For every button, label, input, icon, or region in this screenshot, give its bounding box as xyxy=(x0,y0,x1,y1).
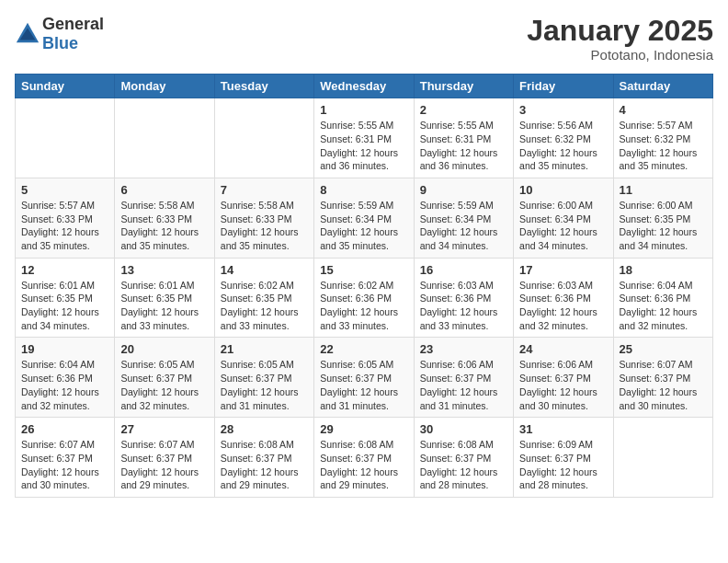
calendar-cell: 9Sunrise: 5:59 AM Sunset: 6:34 PM Daylig… xyxy=(414,178,513,258)
calendar-cell: 31Sunrise: 6:09 AM Sunset: 6:37 PM Dayli… xyxy=(514,418,613,498)
day-number: 23 xyxy=(420,342,507,356)
weekday-friday: Friday xyxy=(514,75,613,98)
weekday-tuesday: Tuesday xyxy=(214,75,313,98)
day-number: 8 xyxy=(320,183,407,197)
day-info: Sunrise: 6:03 AM Sunset: 6:36 PM Dayligh… xyxy=(519,279,607,333)
weekday-thursday: Thursday xyxy=(414,75,513,98)
calendar-cell: 2Sunrise: 5:55 AM Sunset: 6:31 PM Daylig… xyxy=(414,98,513,178)
calendar-cell xyxy=(613,418,712,498)
calendar-cell: 19Sunrise: 6:04 AM Sunset: 6:36 PM Dayli… xyxy=(16,338,115,418)
day-info: Sunrise: 6:08 AM Sunset: 6:37 PM Dayligh… xyxy=(320,438,407,492)
day-info: Sunrise: 6:04 AM Sunset: 6:36 PM Dayligh… xyxy=(620,279,707,333)
day-info: Sunrise: 5:57 AM Sunset: 6:33 PM Dayligh… xyxy=(21,199,108,253)
calendar-cell: 4Sunrise: 5:57 AM Sunset: 6:32 PM Daylig… xyxy=(613,98,712,178)
calendar-cell: 28Sunrise: 6:08 AM Sunset: 6:37 PM Dayli… xyxy=(214,418,313,498)
calendar-cell: 15Sunrise: 6:02 AM Sunset: 6:36 PM Dayli… xyxy=(314,258,414,338)
day-info: Sunrise: 5:58 AM Sunset: 6:33 PM Dayligh… xyxy=(221,199,308,253)
weekday-monday: Monday xyxy=(115,75,214,98)
day-info: Sunrise: 5:59 AM Sunset: 6:34 PM Dayligh… xyxy=(420,199,507,253)
day-number: 2 xyxy=(420,103,507,117)
day-number: 9 xyxy=(420,183,507,197)
day-number: 10 xyxy=(519,183,607,197)
day-number: 14 xyxy=(221,263,308,277)
weekday-sunday: Sunday xyxy=(16,75,115,98)
day-info: Sunrise: 6:04 AM Sunset: 6:36 PM Dayligh… xyxy=(21,358,108,412)
day-info: Sunrise: 6:05 AM Sunset: 6:37 PM Dayligh… xyxy=(320,358,407,412)
calendar-cell: 12Sunrise: 6:01 AM Sunset: 6:35 PM Dayli… xyxy=(16,258,115,338)
day-info: Sunrise: 6:07 AM Sunset: 6:37 PM Dayligh… xyxy=(120,438,208,492)
week-row-1: 1Sunrise: 5:55 AM Sunset: 6:31 PM Daylig… xyxy=(16,98,713,178)
title-block: January 2025 Pototano, Indonesia xyxy=(527,15,713,63)
day-info: Sunrise: 6:00 AM Sunset: 6:34 PM Dayligh… xyxy=(519,199,607,253)
day-number: 3 xyxy=(519,103,607,117)
calendar-cell xyxy=(115,98,214,178)
calendar-cell: 21Sunrise: 6:05 AM Sunset: 6:37 PM Dayli… xyxy=(214,338,313,418)
day-info: Sunrise: 6:09 AM Sunset: 6:37 PM Dayligh… xyxy=(519,438,607,492)
calendar-cell: 24Sunrise: 6:06 AM Sunset: 6:37 PM Dayli… xyxy=(514,338,613,418)
calendar-table: SundayMondayTuesdayWednesdayThursdayFrid… xyxy=(15,74,713,498)
day-number: 26 xyxy=(21,422,108,436)
week-row-4: 19Sunrise: 6:04 AM Sunset: 6:36 PM Dayli… xyxy=(16,338,713,418)
calendar-cell: 25Sunrise: 6:07 AM Sunset: 6:37 PM Dayli… xyxy=(613,338,712,418)
day-number: 6 xyxy=(120,183,208,197)
calendar-cell: 13Sunrise: 6:01 AM Sunset: 6:35 PM Dayli… xyxy=(115,258,214,338)
calendar-cell: 1Sunrise: 5:55 AM Sunset: 6:31 PM Daylig… xyxy=(314,98,414,178)
day-info: Sunrise: 6:00 AM Sunset: 6:35 PM Dayligh… xyxy=(620,199,707,253)
calendar-cell: 29Sunrise: 6:08 AM Sunset: 6:37 PM Dayli… xyxy=(314,418,414,498)
calendar-cell: 14Sunrise: 6:02 AM Sunset: 6:35 PM Dayli… xyxy=(214,258,313,338)
calendar-cell: 23Sunrise: 6:06 AM Sunset: 6:37 PM Dayli… xyxy=(414,338,513,418)
calendar-cell: 6Sunrise: 5:58 AM Sunset: 6:33 PM Daylig… xyxy=(115,178,214,258)
calendar-cell: 11Sunrise: 6:00 AM Sunset: 6:35 PM Dayli… xyxy=(613,178,712,258)
day-info: Sunrise: 5:55 AM Sunset: 6:31 PM Dayligh… xyxy=(420,119,507,173)
day-number: 5 xyxy=(21,183,108,197)
calendar-cell: 30Sunrise: 6:08 AM Sunset: 6:37 PM Dayli… xyxy=(414,418,513,498)
weekday-header-row: SundayMondayTuesdayWednesdayThursdayFrid… xyxy=(16,75,713,98)
day-number: 15 xyxy=(320,263,407,277)
day-number: 16 xyxy=(420,263,507,277)
day-number: 1 xyxy=(320,103,407,117)
logo-general: General xyxy=(42,15,104,33)
day-info: Sunrise: 6:02 AM Sunset: 6:35 PM Dayligh… xyxy=(221,279,308,333)
calendar-cell: 10Sunrise: 6:00 AM Sunset: 6:34 PM Dayli… xyxy=(514,178,613,258)
page-header: General Blue January 2025 Pototano, Indo… xyxy=(15,15,713,63)
day-info: Sunrise: 6:08 AM Sunset: 6:37 PM Dayligh… xyxy=(221,438,308,492)
weekday-wednesday: Wednesday xyxy=(314,75,414,98)
month-title: January 2025 xyxy=(527,15,713,47)
calendar-cell: 22Sunrise: 6:05 AM Sunset: 6:37 PM Dayli… xyxy=(314,338,414,418)
day-number: 18 xyxy=(620,263,707,277)
calendar-cell: 3Sunrise: 5:56 AM Sunset: 6:32 PM Daylig… xyxy=(514,98,613,178)
weekday-saturday: Saturday xyxy=(613,75,712,98)
calendar-cell: 20Sunrise: 6:05 AM Sunset: 6:37 PM Dayli… xyxy=(115,338,214,418)
day-info: Sunrise: 6:05 AM Sunset: 6:37 PM Dayligh… xyxy=(120,358,208,412)
calendar-cell: 27Sunrise: 6:07 AM Sunset: 6:37 PM Dayli… xyxy=(115,418,214,498)
day-info: Sunrise: 6:02 AM Sunset: 6:36 PM Dayligh… xyxy=(320,279,407,333)
day-info: Sunrise: 5:59 AM Sunset: 6:34 PM Dayligh… xyxy=(320,199,407,253)
location: Pototano, Indonesia xyxy=(527,47,713,63)
week-row-5: 26Sunrise: 6:07 AM Sunset: 6:37 PM Dayli… xyxy=(16,418,713,498)
day-number: 4 xyxy=(620,103,707,117)
day-number: 29 xyxy=(320,422,407,436)
day-info: Sunrise: 6:03 AM Sunset: 6:36 PM Dayligh… xyxy=(420,279,507,333)
day-number: 11 xyxy=(620,183,707,197)
day-number: 7 xyxy=(221,183,308,197)
day-number: 24 xyxy=(519,342,607,356)
day-info: Sunrise: 5:56 AM Sunset: 6:32 PM Dayligh… xyxy=(519,119,607,173)
day-number: 21 xyxy=(221,342,308,356)
calendar-cell: 17Sunrise: 6:03 AM Sunset: 6:36 PM Dayli… xyxy=(514,258,613,338)
day-info: Sunrise: 6:01 AM Sunset: 6:35 PM Dayligh… xyxy=(21,279,108,333)
day-number: 31 xyxy=(519,422,607,436)
day-info: Sunrise: 6:05 AM Sunset: 6:37 PM Dayligh… xyxy=(221,358,308,412)
day-info: Sunrise: 5:57 AM Sunset: 6:32 PM Dayligh… xyxy=(620,119,707,173)
calendar-cell: 5Sunrise: 5:57 AM Sunset: 6:33 PM Daylig… xyxy=(16,178,115,258)
day-info: Sunrise: 6:07 AM Sunset: 6:37 PM Dayligh… xyxy=(620,358,707,412)
day-info: Sunrise: 6:06 AM Sunset: 6:37 PM Dayligh… xyxy=(519,358,607,412)
day-info: Sunrise: 6:07 AM Sunset: 6:37 PM Dayligh… xyxy=(21,438,108,492)
day-number: 28 xyxy=(221,422,308,436)
day-number: 25 xyxy=(620,342,707,356)
day-number: 22 xyxy=(320,342,407,356)
day-number: 30 xyxy=(420,422,507,436)
day-number: 12 xyxy=(21,263,108,277)
calendar-cell: 16Sunrise: 6:03 AM Sunset: 6:36 PM Dayli… xyxy=(414,258,513,338)
logo: General Blue xyxy=(15,15,104,53)
logo-icon xyxy=(15,21,40,47)
